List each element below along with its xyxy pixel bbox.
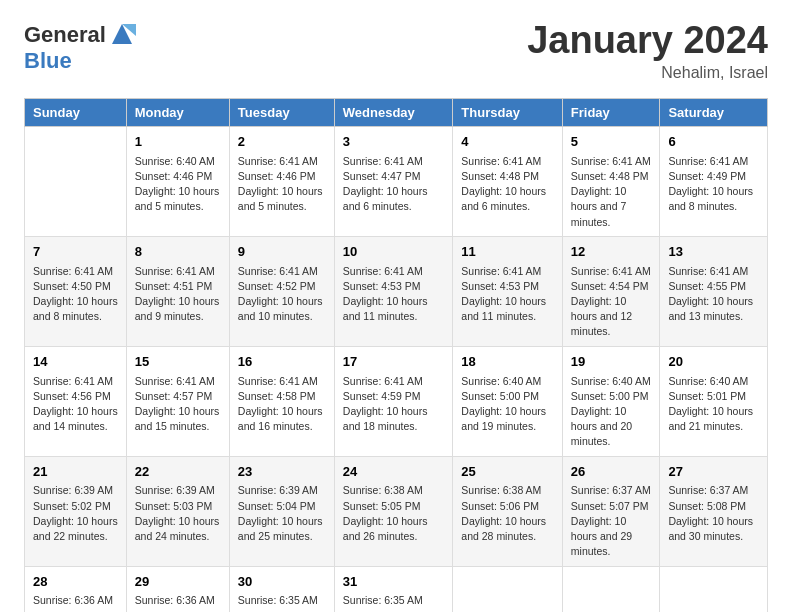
day-number: 8 xyxy=(135,243,221,262)
calendar-cell: 4Sunrise: 6:41 AMSunset: 4:48 PMDaylight… xyxy=(453,126,562,236)
calendar-cell: 18Sunrise: 6:40 AMSunset: 5:00 PMDayligh… xyxy=(453,346,562,456)
day-number: 13 xyxy=(668,243,759,262)
day-number: 21 xyxy=(33,463,118,482)
cell-details: Sunrise: 6:41 AMSunset: 4:54 PMDaylight:… xyxy=(571,264,652,340)
title-block: January 2024 Nehalim, Israel xyxy=(527,20,768,82)
cell-details: Sunrise: 6:41 AMSunset: 4:59 PMDaylight:… xyxy=(343,374,445,435)
calendar-cell: 20Sunrise: 6:40 AMSunset: 5:01 PMDayligh… xyxy=(660,346,768,456)
cell-details: Sunrise: 6:35 AMSunset: 5:11 PMDaylight:… xyxy=(238,593,326,612)
calendar-cell: 9Sunrise: 6:41 AMSunset: 4:52 PMDaylight… xyxy=(229,236,334,346)
calendar-cell: 10Sunrise: 6:41 AMSunset: 4:53 PMDayligh… xyxy=(334,236,453,346)
cell-details: Sunrise: 6:35 AMSunset: 5:12 PMDaylight:… xyxy=(343,593,445,612)
day-number: 28 xyxy=(33,573,118,592)
day-number: 14 xyxy=(33,353,118,372)
day-number: 7 xyxy=(33,243,118,262)
subtitle: Nehalim, Israel xyxy=(527,64,768,82)
day-number: 12 xyxy=(571,243,652,262)
day-number: 26 xyxy=(571,463,652,482)
cell-details: Sunrise: 6:40 AMSunset: 5:01 PMDaylight:… xyxy=(668,374,759,435)
cell-details: Sunrise: 6:38 AMSunset: 5:06 PMDaylight:… xyxy=(461,483,553,544)
calendar-cell: 23Sunrise: 6:39 AMSunset: 5:04 PMDayligh… xyxy=(229,456,334,566)
week-row-4: 21Sunrise: 6:39 AMSunset: 5:02 PMDayligh… xyxy=(25,456,768,566)
day-number: 30 xyxy=(238,573,326,592)
calendar-cell: 24Sunrise: 6:38 AMSunset: 5:05 PMDayligh… xyxy=(334,456,453,566)
calendar-cell: 14Sunrise: 6:41 AMSunset: 4:56 PMDayligh… xyxy=(25,346,127,456)
calendar-cell: 2Sunrise: 6:41 AMSunset: 4:46 PMDaylight… xyxy=(229,126,334,236)
calendar-cell xyxy=(453,566,562,612)
column-header-saturday: Saturday xyxy=(660,98,768,126)
cell-details: Sunrise: 6:40 AMSunset: 5:00 PMDaylight:… xyxy=(571,374,652,450)
cell-details: Sunrise: 6:41 AMSunset: 4:47 PMDaylight:… xyxy=(343,154,445,215)
calendar-cell: 30Sunrise: 6:35 AMSunset: 5:11 PMDayligh… xyxy=(229,566,334,612)
week-row-2: 7Sunrise: 6:41 AMSunset: 4:50 PMDaylight… xyxy=(25,236,768,346)
calendar-cell: 15Sunrise: 6:41 AMSunset: 4:57 PMDayligh… xyxy=(126,346,229,456)
calendar-cell xyxy=(25,126,127,236)
cell-details: Sunrise: 6:41 AMSunset: 4:52 PMDaylight:… xyxy=(238,264,326,325)
calendar-table: SundayMondayTuesdayWednesdayThursdayFrid… xyxy=(24,98,768,612)
cell-details: Sunrise: 6:37 AMSunset: 5:08 PMDaylight:… xyxy=(668,483,759,544)
day-number: 20 xyxy=(668,353,759,372)
logo: General Blue xyxy=(24,20,136,72)
cell-details: Sunrise: 6:41 AMSunset: 4:48 PMDaylight:… xyxy=(571,154,652,230)
day-number: 16 xyxy=(238,353,326,372)
day-number: 6 xyxy=(668,133,759,152)
day-number: 25 xyxy=(461,463,553,482)
calendar-cell: 6Sunrise: 6:41 AMSunset: 4:49 PMDaylight… xyxy=(660,126,768,236)
calendar-cell xyxy=(660,566,768,612)
cell-details: Sunrise: 6:41 AMSunset: 4:53 PMDaylight:… xyxy=(343,264,445,325)
day-number: 1 xyxy=(135,133,221,152)
cell-details: Sunrise: 6:41 AMSunset: 4:46 PMDaylight:… xyxy=(238,154,326,215)
calendar-header-row: SundayMondayTuesdayWednesdayThursdayFrid… xyxy=(25,98,768,126)
column-header-tuesday: Tuesday xyxy=(229,98,334,126)
day-number: 15 xyxy=(135,353,221,372)
day-number: 23 xyxy=(238,463,326,482)
page-header: General Blue January 2024 Nehalim, Israe… xyxy=(24,20,768,82)
day-number: 29 xyxy=(135,573,221,592)
day-number: 19 xyxy=(571,353,652,372)
day-number: 31 xyxy=(343,573,445,592)
cell-details: Sunrise: 6:41 AMSunset: 4:48 PMDaylight:… xyxy=(461,154,553,215)
column-header-sunday: Sunday xyxy=(25,98,127,126)
logo-general-text: General xyxy=(24,24,106,46)
cell-details: Sunrise: 6:36 AMSunset: 5:09 PMDaylight:… xyxy=(33,593,118,612)
calendar-cell: 16Sunrise: 6:41 AMSunset: 4:58 PMDayligh… xyxy=(229,346,334,456)
calendar-cell xyxy=(562,566,660,612)
calendar-cell: 29Sunrise: 6:36 AMSunset: 5:10 PMDayligh… xyxy=(126,566,229,612)
cell-details: Sunrise: 6:40 AMSunset: 5:00 PMDaylight:… xyxy=(461,374,553,435)
day-number: 11 xyxy=(461,243,553,262)
calendar-cell: 25Sunrise: 6:38 AMSunset: 5:06 PMDayligh… xyxy=(453,456,562,566)
calendar-cell: 13Sunrise: 6:41 AMSunset: 4:55 PMDayligh… xyxy=(660,236,768,346)
day-number: 18 xyxy=(461,353,553,372)
day-number: 27 xyxy=(668,463,759,482)
calendar-cell: 26Sunrise: 6:37 AMSunset: 5:07 PMDayligh… xyxy=(562,456,660,566)
column-header-monday: Monday xyxy=(126,98,229,126)
cell-details: Sunrise: 6:39 AMSunset: 5:02 PMDaylight:… xyxy=(33,483,118,544)
month-title: January 2024 xyxy=(527,20,768,62)
cell-details: Sunrise: 6:39 AMSunset: 5:03 PMDaylight:… xyxy=(135,483,221,544)
calendar-cell: 17Sunrise: 6:41 AMSunset: 4:59 PMDayligh… xyxy=(334,346,453,456)
day-number: 22 xyxy=(135,463,221,482)
cell-details: Sunrise: 6:37 AMSunset: 5:07 PMDaylight:… xyxy=(571,483,652,559)
calendar-cell: 12Sunrise: 6:41 AMSunset: 4:54 PMDayligh… xyxy=(562,236,660,346)
calendar-cell: 22Sunrise: 6:39 AMSunset: 5:03 PMDayligh… xyxy=(126,456,229,566)
column-header-wednesday: Wednesday xyxy=(334,98,453,126)
logo-blue-text: Blue xyxy=(24,48,72,73)
calendar-cell: 1Sunrise: 6:40 AMSunset: 4:46 PMDaylight… xyxy=(126,126,229,236)
logo-icon xyxy=(108,20,136,48)
cell-details: Sunrise: 6:40 AMSunset: 4:46 PMDaylight:… xyxy=(135,154,221,215)
calendar-cell: 28Sunrise: 6:36 AMSunset: 5:09 PMDayligh… xyxy=(25,566,127,612)
day-number: 24 xyxy=(343,463,445,482)
calendar-cell: 5Sunrise: 6:41 AMSunset: 4:48 PMDaylight… xyxy=(562,126,660,236)
cell-details: Sunrise: 6:36 AMSunset: 5:10 PMDaylight:… xyxy=(135,593,221,612)
cell-details: Sunrise: 6:41 AMSunset: 4:56 PMDaylight:… xyxy=(33,374,118,435)
day-number: 17 xyxy=(343,353,445,372)
week-row-5: 28Sunrise: 6:36 AMSunset: 5:09 PMDayligh… xyxy=(25,566,768,612)
day-number: 5 xyxy=(571,133,652,152)
cell-details: Sunrise: 6:41 AMSunset: 4:53 PMDaylight:… xyxy=(461,264,553,325)
column-header-thursday: Thursday xyxy=(453,98,562,126)
calendar-cell: 19Sunrise: 6:40 AMSunset: 5:00 PMDayligh… xyxy=(562,346,660,456)
column-header-friday: Friday xyxy=(562,98,660,126)
cell-details: Sunrise: 6:41 AMSunset: 4:49 PMDaylight:… xyxy=(668,154,759,215)
cell-details: Sunrise: 6:41 AMSunset: 4:58 PMDaylight:… xyxy=(238,374,326,435)
day-number: 2 xyxy=(238,133,326,152)
